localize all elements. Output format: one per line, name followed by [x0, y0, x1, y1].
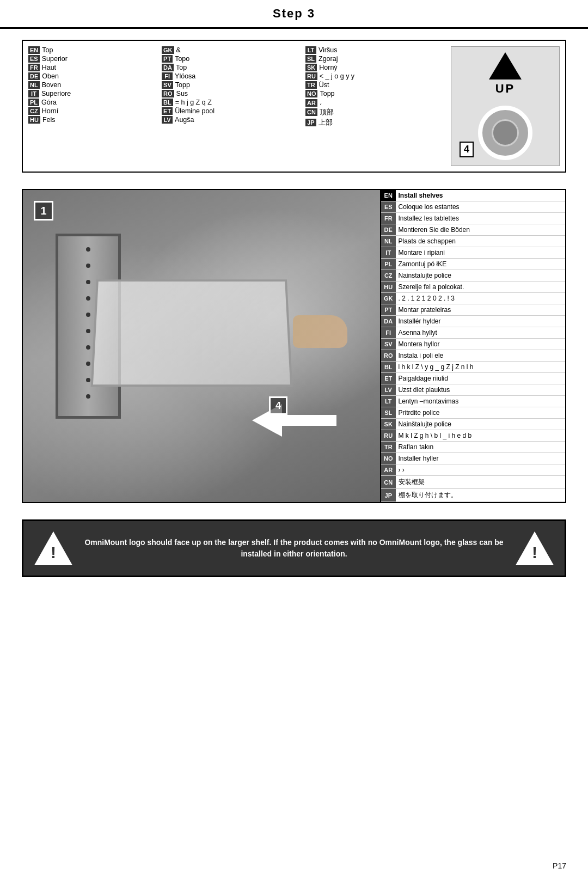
- instruction-row: BLl h k l Z \ y g _ g Z j Z n l h: [381, 362, 565, 373]
- instr-text-cell: l h k l Z \ y g _ g Z j Z n l h: [396, 362, 566, 373]
- lang-code-badge: LT: [305, 46, 316, 54]
- instruction-row: ENInstall shelves: [381, 190, 565, 201]
- lang-row: BL= h j g Z q Z: [162, 99, 300, 106]
- instr-text-cell: . 2 . 1 2 1 2 0 2 . ! 3: [396, 293, 566, 304]
- lang-text: Boven: [42, 81, 61, 89]
- instr-text-cell: Install shelves: [396, 190, 566, 201]
- instruction-row: ESColoque los estantes: [381, 201, 565, 213]
- up-circle: [478, 106, 532, 160]
- instr-code-cell: SV: [381, 339, 396, 350]
- up-number-badge: 4: [460, 142, 474, 157]
- lang-text: Viršus: [318, 46, 338, 54]
- instr-code-cell: CZ: [381, 270, 396, 282]
- lang-text: Ülemine pool: [175, 107, 215, 115]
- lang-row: LTViršus: [305, 46, 440, 54]
- lang-text: Horní: [42, 107, 59, 115]
- instr-text-cell: › ›: [396, 464, 566, 476]
- instr-text-cell: Installez les tablettes: [396, 213, 566, 224]
- lang-row: CZHorní: [28, 107, 156, 115]
- lang-code-badge: AR: [305, 99, 317, 107]
- lang-code-badge: EN: [28, 46, 40, 54]
- instr-code-cell: BL: [381, 362, 396, 373]
- instruction-row: ROInstala i poli ele: [381, 350, 565, 362]
- lang-text: Topo: [175, 55, 189, 63]
- up-diagram-inner: UP 4: [451, 47, 559, 166]
- instr-text-cell: Montare i ripiani: [396, 247, 566, 259]
- lang-row: SLZgoraj: [305, 55, 440, 63]
- instr-code-cell: EN: [381, 190, 396, 201]
- lang-row: FIYlöosa: [162, 72, 300, 80]
- lang-row: ETÜlemine pool: [162, 107, 300, 115]
- instr-code-cell: FR: [381, 213, 396, 224]
- instruction-row: FRInstallez les tablettes: [381, 213, 565, 224]
- lang-code-badge: LV: [162, 116, 173, 124]
- lang-row: NOTopp: [305, 90, 440, 97]
- lang-row: JP上部: [305, 118, 440, 127]
- lang-code-badge: BL: [162, 99, 173, 106]
- instr-code-cell: RU: [381, 430, 396, 442]
- lang-text: < _ j o g y y: [320, 72, 354, 80]
- lang-row: ROSus: [162, 90, 300, 97]
- lang-code-badge: IT: [28, 90, 39, 97]
- instr-code-cell: HU: [381, 282, 396, 293]
- warning-icon-left: !: [34, 529, 72, 567]
- shelf-glass-panel: [91, 279, 293, 387]
- instr-text-cell: Installer hyller: [396, 453, 566, 464]
- instr-code-cell: NL: [381, 236, 396, 247]
- up-label: UP: [495, 82, 516, 96]
- lang-row: SVTopp: [162, 81, 300, 89]
- lang-text: Zgoraj: [318, 55, 338, 63]
- lang-row: GK&: [162, 46, 300, 54]
- lang-code-badge: DA: [162, 64, 174, 71]
- instr-code-cell: PT: [381, 304, 396, 316]
- lang-text: = h j g Z q Z: [175, 99, 212, 106]
- lang-column: LTViršusSLZgorajSKHornýRU< _ j o g y yTR…: [305, 46, 440, 127]
- instruction-row: DAInstallér hylder: [381, 316, 565, 327]
- instr-code-cell: ET: [381, 373, 396, 384]
- language-table: ENTopESSuperiorFRHautDEObenNLBovenITSupe…: [28, 46, 440, 166]
- instr-text-cell: Installér hylder: [396, 316, 566, 327]
- instr-text-cell: Uzst diet plauktus: [396, 384, 566, 396]
- lang-code-badge: NL: [28, 81, 40, 89]
- instructions-panel: ENInstall shelvesESColoque los estantesF…: [380, 190, 565, 502]
- lang-row: PTTopo: [162, 55, 300, 63]
- instruction-row: GK. 2 . 1 2 1 2 0 2 . ! 3: [381, 293, 565, 304]
- lang-row: HUFels: [28, 116, 156, 124]
- lang-text: &: [176, 46, 181, 54]
- lang-column: GK&PTTopoDATopFIYlöosaSVToppROSusBL= h j…: [162, 46, 300, 127]
- lang-text: Haut: [42, 64, 56, 71]
- lang-row: FRHaut: [28, 64, 156, 71]
- lang-text: Top: [42, 46, 53, 54]
- instruction-row: HUSzerelje fel a polcokat.: [381, 282, 565, 293]
- instr-code-cell: DA: [381, 316, 396, 327]
- instruction-row: SLPritrdite police: [381, 407, 565, 419]
- lang-row: DEOben: [28, 72, 156, 80]
- lang-code-badge: PL: [28, 99, 39, 106]
- lang-text: Fels: [42, 116, 56, 124]
- instr-text-cell: Montieren Sie die Böden: [396, 224, 566, 236]
- lang-code-badge: SL: [305, 55, 316, 63]
- arrow-body: [282, 415, 336, 426]
- lang-code-badge: CZ: [28, 107, 40, 115]
- step-badge-1: 1: [34, 201, 53, 221]
- instr-code-cell: NO: [381, 453, 396, 464]
- instr-code-cell: SK: [381, 419, 396, 430]
- lang-row: ENTop: [28, 46, 156, 54]
- lang-row: CN顶部: [305, 108, 440, 117]
- lang-code-badge: PT: [162, 55, 173, 63]
- instr-text-cell: Nainštalujte police: [396, 419, 566, 430]
- direction-arrow: [252, 404, 336, 437]
- instructions-table: ENInstall shelvesESColoque los estantesF…: [381, 190, 565, 502]
- instr-code-cell: SL: [381, 407, 396, 419]
- lang-row: AR،: [305, 99, 440, 107]
- instruction-row: NLPlaats de schappen: [381, 236, 565, 247]
- middle-section: 1 4 ENInstall shelvesESColoque los estan…: [22, 189, 566, 503]
- instruction-row: SVMontera hyllor: [381, 339, 565, 350]
- top-section: ENTopESSuperiorFRHautDEObenNLBovenITSupe…: [22, 40, 566, 173]
- lang-text: Sus: [176, 90, 188, 97]
- instruction-row: RUM k l Z g h \ b l _ i h e d b: [381, 430, 565, 442]
- lang-row: PLGóra: [28, 99, 156, 106]
- lang-row: DATop: [162, 64, 300, 71]
- lang-row: TRÜst: [305, 81, 440, 89]
- lang-text: 上部: [318, 118, 333, 127]
